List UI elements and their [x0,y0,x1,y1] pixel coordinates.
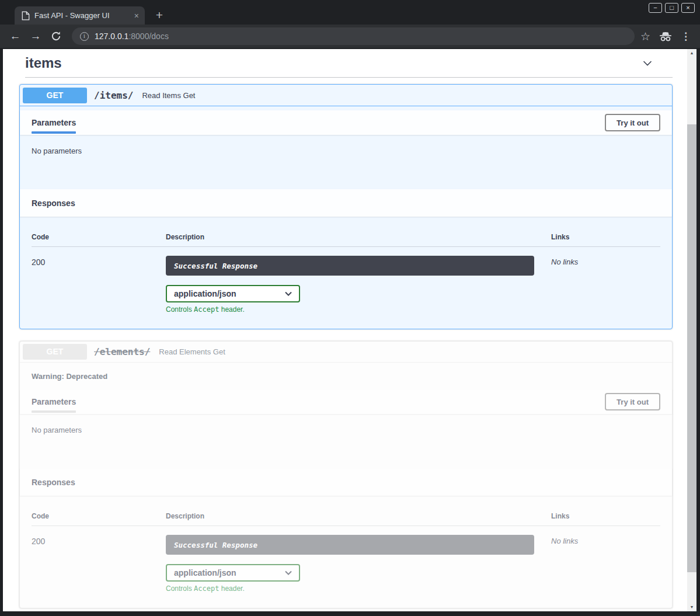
opblock-get-elements-deprecated: GET /elements/ Read Elements Get Warning… [19,341,673,608]
response-links: No links [551,535,660,593]
window-controls: − □ × [649,3,695,13]
responses-header: Responses [20,468,672,496]
response-code: 200 [32,256,166,314]
responses-body: Code Description Links 200 Successful Re… [20,217,672,329]
new-tab-button[interactable]: + [152,8,167,23]
browser-toolbar: ← → i 127.0.0.1:8000/docs ☆ ⋮ [0,25,700,48]
no-parameters-text: No parameters [32,426,660,434]
forward-button[interactable]: → [27,28,44,44]
tab-title: Fast API - Swagger UI [34,11,131,20]
parameters-title: Parameters [32,397,76,413]
site-info-icon[interactable]: i [80,32,89,41]
response-row: 200 Successful Response application/json… [32,526,660,593]
bookmark-star-icon[interactable]: ☆ [640,30,650,43]
media-type-value: application/json [174,568,236,577]
responses-title: Responses [32,199,75,208]
page-favicon-icon [22,11,30,20]
accept-header-note: Controls Accept header. [166,584,551,593]
browser-tab[interactable]: Fast API - Swagger UI × [15,6,145,25]
address-bar[interactable]: i 127.0.0.1:8000/docs [72,27,635,45]
responses-body: Code Description Links 200 Successful Re… [20,496,672,608]
response-description: Successful Response [166,535,534,555]
tag-section-header[interactable]: items [25,55,667,71]
window-titlebar: Fast API - Swagger UI × + − □ × [0,0,700,25]
back-button[interactable]: ← [7,28,23,44]
endpoint-path: /items/ [94,90,133,101]
url-path: :8000/docs [128,32,169,41]
select-chevron-icon [285,291,292,296]
parameters-header: Parameters Try it out [20,110,672,135]
opblock-summary[interactable]: GET /elements/ Read Elements Get [20,342,672,363]
opblock-summary[interactable]: GET /items/ Read Items Get [20,85,672,106]
column-code: Code [32,512,166,520]
deprecated-warning: Warning: Deprecated [20,363,672,389]
no-parameters-text: No parameters [32,147,660,155]
parameters-body: No parameters [20,135,672,189]
try-it-out-button[interactable]: Try it out [605,114,660,131]
endpoint-summary: Read Elements Get [159,347,225,356]
response-code: 200 [32,535,166,593]
responses-table: Code Description Links 200 Successful Re… [32,504,660,593]
method-badge: GET [23,88,87,103]
select-chevron-icon [285,570,292,575]
opblock-get-items: GET /items/ Read Items Get Parameters Tr… [19,84,673,329]
tag-title: items [25,55,62,71]
response-links: No links [551,256,660,314]
response-row: 200 Successful Response application/json… [32,247,660,314]
column-code: Code [32,233,166,241]
column-description: Description [166,233,551,241]
incognito-icon [659,32,673,41]
column-links: Links [551,512,660,520]
browser-menu-icon[interactable]: ⋮ [681,30,691,43]
column-description: Description [166,512,551,520]
close-button[interactable]: × [681,3,695,13]
scroll-up-icon[interactable]: ▲ [687,49,696,57]
responses-table: Code Description Links 200 Successful Re… [32,225,660,314]
responses-title: Responses [32,478,75,487]
url-text[interactable]: 127.0.0.1:8000/docs [95,32,169,41]
swagger-page: items GET /items/ Read Items Get Paramet… [3,49,687,611]
responses-header: Responses [20,189,672,217]
maximize-button[interactable]: □ [665,3,678,13]
page-scrollbar[interactable]: ▲ ▼ [687,49,696,611]
response-description-cell: Successful Response application/json Con… [166,535,551,593]
scrollbar-thumb[interactable] [687,124,696,572]
reload-button[interactable] [48,28,64,44]
method-badge: GET [23,344,87,360]
media-type-select[interactable]: application/json [166,285,300,302]
media-type-select[interactable]: application/json [166,564,300,582]
media-type-value: application/json [174,289,236,298]
response-description: Successful Response [166,256,534,276]
parameters-header: Parameters Try it out [20,389,672,414]
endpoint-path: /elements/ [94,346,150,357]
minimize-button[interactable]: − [649,3,662,13]
tag-divider [25,77,673,78]
response-description-cell: Successful Response application/json Con… [166,256,551,314]
column-links: Links [551,233,660,241]
scroll-down-icon[interactable]: ▼ [687,603,696,611]
parameters-title: Parameters [32,118,76,134]
accept-header-note: Controls Accept header. [166,305,551,314]
chevron-down-icon[interactable] [641,57,654,69]
url-host: 127.0.0.1 [95,32,128,41]
endpoint-summary: Read Items Get [142,91,195,100]
tab-close-icon[interactable]: × [134,12,139,20]
try-it-out-button[interactable]: Try it out [605,393,660,410]
parameters-body: No parameters [20,414,672,468]
